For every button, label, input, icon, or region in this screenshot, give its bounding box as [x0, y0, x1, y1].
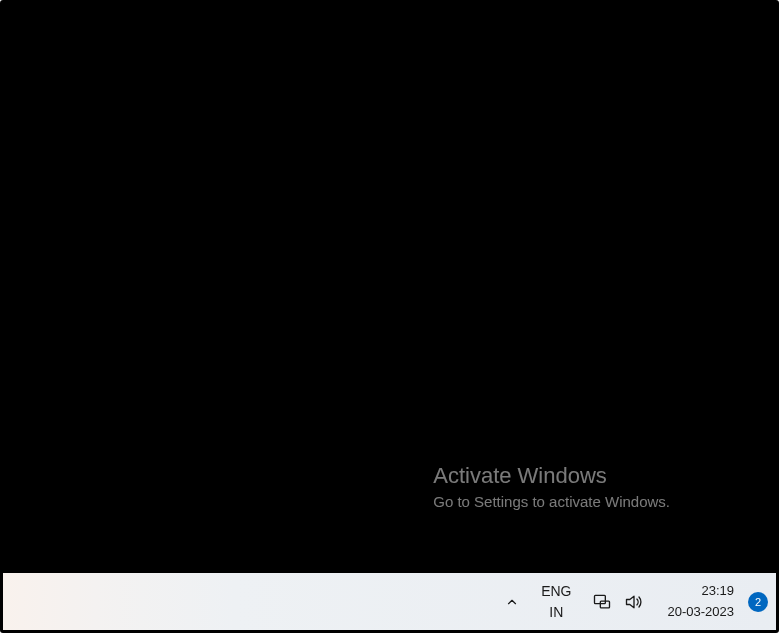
volume-icon [624, 592, 644, 612]
clock-time: 23:19 [701, 581, 734, 601]
language-code: ENG [541, 581, 571, 601]
taskbar: ENG IN 23:19 20-03-2023 2 [3, 573, 776, 630]
tray-overflow-button[interactable] [497, 582, 527, 622]
desktop-area: Activate Windows Go to Settings to activ… [3, 3, 776, 573]
chevron-up-icon [505, 595, 519, 609]
network-icon [592, 592, 612, 612]
network-volume-group[interactable] [586, 592, 650, 612]
clock[interactable]: 23:19 20-03-2023 [660, 581, 737, 621]
watermark-title: Activate Windows [433, 463, 670, 489]
activation-watermark: Activate Windows Go to Settings to activ… [433, 463, 670, 510]
notifications-badge[interactable]: 2 [748, 592, 768, 612]
clock-date: 20-03-2023 [668, 602, 735, 622]
svg-marker-2 [626, 596, 634, 608]
watermark-subtitle: Go to Settings to activate Windows. [433, 493, 670, 510]
language-switcher[interactable]: ENG IN [537, 581, 575, 622]
notifications-count: 2 [755, 596, 761, 608]
language-region: IN [549, 602, 563, 622]
